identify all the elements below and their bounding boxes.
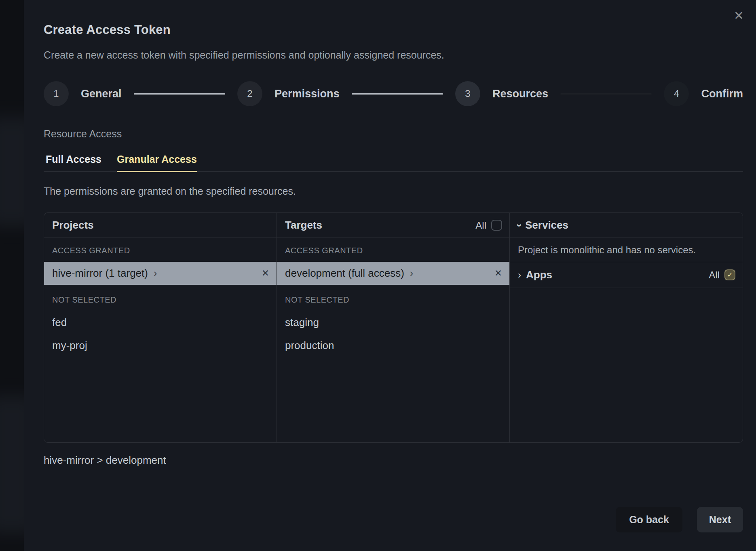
- stepper-connector: [560, 93, 652, 95]
- targets-all-label: All: [475, 220, 486, 231]
- step-number-badge: 3: [455, 81, 480, 106]
- tab-granular-access[interactable]: Granular Access: [117, 154, 197, 172]
- granular-access-description: The permissions are granted on the speci…: [44, 185, 743, 197]
- granted-target-row[interactable]: development (full access) › ✕: [277, 262, 509, 285]
- go-back-button[interactable]: Go back: [616, 507, 682, 532]
- project-item-my-proj[interactable]: my-proj: [52, 334, 268, 357]
- step-permissions[interactable]: 2 Permissions: [237, 81, 340, 106]
- project-item-fed[interactable]: fed: [52, 311, 268, 334]
- step-resources[interactable]: 3 Resources: [455, 81, 548, 106]
- apps-group-row[interactable]: › Apps All ✓: [510, 262, 743, 288]
- chevron-right-icon: ›: [518, 270, 521, 280]
- projects-header-label: Projects: [52, 219, 94, 231]
- projects-column-header: Projects: [44, 213, 277, 238]
- targets-header-label: Targets: [285, 219, 322, 231]
- wizard-stepper: 1 General 2 Permissions 3 Resources 4 Co…: [44, 81, 743, 106]
- targets-all-checkbox[interactable]: [491, 220, 502, 231]
- granted-project-label: hive-mirror (1 target): [52, 267, 148, 280]
- tab-full-access[interactable]: Full Access: [46, 154, 101, 172]
- close-icon[interactable]: ✕: [734, 10, 744, 22]
- background-blur-band: [0, 117, 24, 226]
- dialog-footer: Go back Next: [44, 507, 743, 532]
- remove-project-icon[interactable]: ✕: [262, 269, 269, 278]
- breadcrumb: hive-mirror > development: [44, 454, 743, 467]
- step-label: Permissions: [275, 88, 340, 100]
- not-selected-label: NOT SELECTED: [285, 295, 501, 305]
- services-header-label: Services: [525, 219, 568, 231]
- step-number-badge: 4: [664, 81, 689, 106]
- background-blur-band: [0, 396, 24, 533]
- step-label: Confirm: [701, 88, 743, 100]
- chevron-right-icon: ›: [410, 267, 413, 279]
- granted-project-row[interactable]: hive-mirror (1 target) › ✕: [44, 262, 277, 285]
- resource-picker-table: Projects ACCESS GRANTED hive-mirror (1 t…: [44, 212, 743, 443]
- granted-target-label: development (full access): [285, 267, 404, 280]
- step-number-badge: 2: [237, 81, 262, 106]
- step-number-badge: 1: [44, 81, 69, 106]
- create-access-token-dialog: ✕ Create Access Token Create a new acces…: [24, 0, 756, 551]
- step-label: General: [81, 88, 122, 100]
- chevron-down-icon: ›: [515, 224, 524, 227]
- dialog-title: Create Access Token: [44, 0, 743, 37]
- resource-access-label: Resource Access: [44, 128, 743, 140]
- targets-column-header: Targets All: [277, 213, 509, 238]
- step-general[interactable]: 1 General: [44, 81, 122, 106]
- apps-all-group: All ✓: [709, 269, 735, 281]
- apps-all-checkbox[interactable]: ✓: [724, 269, 735, 280]
- step-confirm[interactable]: 4 Confirm: [664, 81, 743, 106]
- services-empty-message: Project is monolithic and has no service…: [510, 238, 743, 262]
- access-granted-label: ACCESS GRANTED: [52, 246, 268, 255]
- not-selected-label: NOT SELECTED: [52, 295, 268, 305]
- apps-group-label: Apps: [526, 269, 552, 281]
- stepper-connector: [352, 93, 443, 95]
- target-item-production[interactable]: production: [285, 334, 501, 357]
- next-button[interactable]: Next: [697, 507, 743, 532]
- targets-all-group: All: [475, 220, 502, 231]
- projects-column: Projects ACCESS GRANTED hive-mirror (1 t…: [44, 213, 277, 442]
- page-background: [0, 0, 24, 551]
- remove-target-icon[interactable]: ✕: [494, 269, 502, 278]
- access-granted-label: ACCESS GRANTED: [285, 246, 501, 255]
- access-tabs: Full Access Granular Access: [44, 154, 743, 172]
- targets-column: Targets All ACCESS GRANTED development (…: [277, 213, 510, 442]
- dialog-subtitle: Create a new access token with specified…: [44, 49, 743, 61]
- chevron-right-icon: ›: [154, 267, 157, 279]
- apps-all-label: All: [709, 269, 720, 281]
- services-column-header[interactable]: › Services: [510, 213, 743, 238]
- stepper-connector: [134, 93, 225, 95]
- services-column: › Services Project is monolithic and has…: [510, 213, 743, 442]
- step-label: Resources: [492, 88, 548, 100]
- target-item-staging[interactable]: staging: [285, 311, 501, 334]
